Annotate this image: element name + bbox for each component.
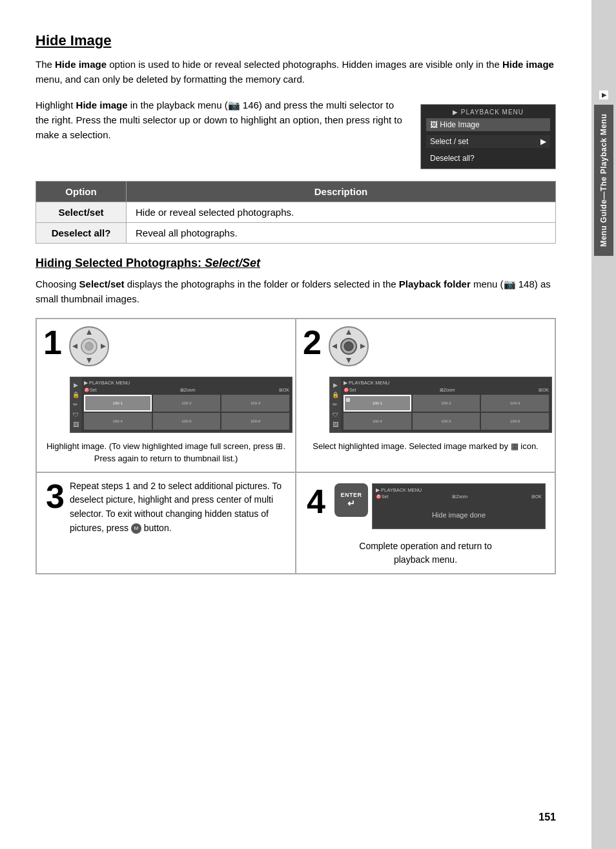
table-header-option: Option [36,181,127,202]
intro-paragraph1: The Hide image option is used to hide or… [36,57,556,87]
table-header-description: Description [127,181,556,202]
step-3: 3 Repeat steps 1 and 2 to select additio… [36,472,296,574]
step-1-caption: Highlight image. (To view highlighted im… [37,437,295,472]
sidebar-tab: Menu Guide—The Playback Menu [594,105,613,256]
camera-menu-item-deselect: Deselect all? [426,152,550,165]
step-2-number: 2 [296,319,327,437]
step-1-number: 1 [37,319,67,437]
cam-screen-2: ▶ 🔒 ✏ 🛡 🖼 ▶ PLAYBACK MENU [329,377,552,433]
menu-button-icon: M [131,523,141,534]
table-row: Deselect all? Reveal all photographs. [36,222,556,243]
svg-point-13 [344,342,353,351]
cam-screen-1: ▶ 🔒 ✏ 🛡 🖼 ▶ PLAYBACK MENU [70,377,293,433]
sidebar: ▶ Menu Guide—The Playback Menu [591,0,616,849]
controller-icon-1 [67,324,111,368]
sidebar-arrow-icon: ▶ [599,90,608,100]
controller-icon-2 [327,324,371,368]
table-desc-2: Reveal all photographs. [127,222,556,243]
steps-grid: 1 [36,318,556,574]
step-2-caption: Select highlighted image. Selected image… [296,437,555,472]
table-option-1: Select/set [36,202,127,222]
page-number: 151 [539,812,556,823]
step-3-text: Repeat steps 1 and 2 to select additiona… [70,479,286,567]
step-4: 4 ENTER ↵ ▶ PLAYBACK MENU 🎯Set⊠Zoom⊞OK [296,472,555,574]
camera-menu-preview: ▶ PLAYBACK MENU 🖼 Hide Image Select / se… [420,104,556,169]
page-title: Hide Image [36,32,556,49]
table-desc-1: Hide or reveal selected photographs. [127,202,556,222]
done-text: Hide image done [376,505,542,525]
intro-paragraph2: Highlight Hide image in the playback men… [36,98,407,143]
enter-button-icon: ENTER ↵ [334,483,368,517]
option-table: Option Description Select/set Hide or re… [36,181,556,244]
section2-title: Hiding Selected Photographs: Select/Set [36,257,556,270]
step-4-caption: Complete operation and return toplayback… [296,536,555,573]
camera-menu-item-hide: 🖼 Hide Image [426,118,550,131]
camera-menu-item-select: Select / set▶ [426,135,550,148]
step-2: 2 [296,319,555,472]
camera-menu-title: ▶ PLAYBACK MENU [426,109,550,116]
table-option-2: Deselect all? [36,222,127,243]
step-3-number: 3 [46,479,65,567]
step-4-number: 4 [300,478,331,518]
svg-point-6 [85,342,93,350]
step-1: 1 [36,319,296,472]
section2-text: Choosing Select/set displays the photogr… [36,277,556,307]
table-row: Select/set Hide or reveal selected photo… [36,202,556,222]
